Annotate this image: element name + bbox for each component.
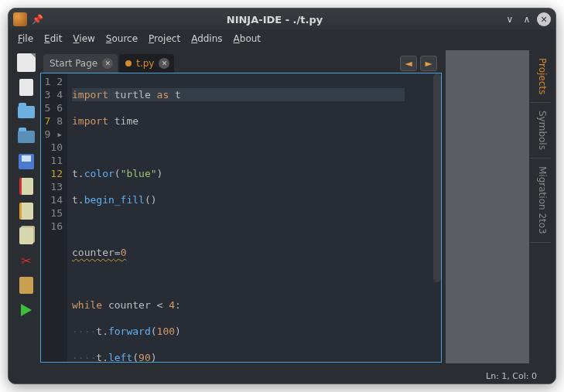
tab-start-page[interactable]: Start Page ✕ bbox=[43, 54, 118, 73]
copy-icon[interactable] bbox=[17, 227, 36, 245]
menu-about[interactable]: About bbox=[229, 32, 266, 46]
window-controls: ∨ ∧ ✕ bbox=[503, 12, 551, 26]
side-tab-symbols[interactable]: Symbols bbox=[531, 103, 551, 159]
menu-project[interactable]: Project bbox=[144, 32, 185, 46]
minimize-button[interactable]: ∨ bbox=[503, 12, 517, 26]
save-icon[interactable] bbox=[17, 152, 36, 171]
tab-nav: ◄ ► bbox=[400, 56, 442, 73]
cursor-position: Ln: 1, Col: 0 bbox=[486, 371, 537, 381]
toolbar-left: ✂ bbox=[13, 50, 39, 363]
open-file-icon[interactable] bbox=[17, 103, 36, 121]
app-icon bbox=[13, 12, 27, 26]
activate-profile-icon[interactable] bbox=[17, 177, 36, 196]
close-button[interactable]: ✕ bbox=[537, 12, 551, 26]
pin-icon[interactable]: 📌 bbox=[32, 14, 43, 25]
tab-tpy[interactable]: t.py ✕ bbox=[119, 54, 174, 73]
scrollbar[interactable] bbox=[433, 73, 441, 282]
menubar: File Edit View Source Project Addins Abo… bbox=[9, 30, 555, 47]
side-tab-projects[interactable]: Projects bbox=[531, 50, 551, 103]
window-title: NINJA-IDE - ./t.py bbox=[46, 14, 503, 26]
side-tab-migration[interactable]: Migration 2to3 bbox=[531, 159, 551, 243]
line-gutter: 1 2 3 4 5 6 7 8 9 ▸ 10 11 12 13 14 15 16 bbox=[41, 73, 67, 362]
editor-panel: Start Page ✕ t.py ✕ ◄ ► 1 2 3 4 5 6 7 8 … bbox=[39, 50, 443, 363]
open-project-icon[interactable] bbox=[17, 128, 36, 146]
menu-file[interactable]: File bbox=[13, 32, 38, 46]
right-panel: Projects Symbols Migration 2to3 bbox=[443, 50, 551, 363]
maximize-button[interactable]: ∧ bbox=[520, 12, 534, 26]
tab-label: t.py bbox=[136, 58, 154, 69]
deactivate-profile-icon[interactable] bbox=[17, 202, 36, 220]
panel-body[interactable] bbox=[446, 50, 529, 363]
modified-dot-icon bbox=[125, 60, 132, 66]
close-icon[interactable]: ✕ bbox=[102, 58, 113, 69]
close-icon[interactable]: ✕ bbox=[159, 58, 169, 69]
menu-view[interactable]: View bbox=[68, 32, 99, 46]
code-editor[interactable]: 1 2 3 4 5 6 7 8 9 ▸ 10 11 12 13 14 15 16… bbox=[40, 73, 442, 363]
tab-bar: Start Page ✕ t.py ✕ ◄ ► bbox=[40, 51, 442, 73]
nav-forward-button[interactable]: ► bbox=[420, 56, 437, 71]
nav-back-button[interactable]: ◄ bbox=[400, 56, 417, 71]
status-bar: Ln: 1, Col: 0 bbox=[9, 368, 555, 383]
code-area[interactable]: import turtle as t import time t.color("… bbox=[67, 73, 441, 362]
tab-label: Start Page bbox=[50, 58, 97, 69]
titlebar[interactable]: 📌 NINJA-IDE - ./t.py ∨ ∧ ✕ bbox=[9, 9, 555, 30]
app-window: 📌 NINJA-IDE - ./t.py ∨ ∧ ✕ File Edit Vie… bbox=[8, 8, 556, 384]
new-project-icon[interactable] bbox=[17, 78, 36, 97]
side-tabs: Projects Symbols Migration 2to3 bbox=[531, 50, 551, 363]
cut-icon[interactable]: ✂ bbox=[17, 251, 36, 270]
main-area: ✂ Start Page ✕ t.py ✕ ◄ ► bbox=[13, 50, 551, 363]
new-file-icon[interactable] bbox=[17, 53, 36, 72]
run-icon[interactable] bbox=[17, 301, 36, 319]
menu-edit[interactable]: Edit bbox=[39, 32, 67, 46]
menu-source[interactable]: Source bbox=[101, 32, 142, 46]
menu-addins[interactable]: Addins bbox=[186, 32, 227, 46]
paste-icon[interactable] bbox=[17, 276, 36, 295]
